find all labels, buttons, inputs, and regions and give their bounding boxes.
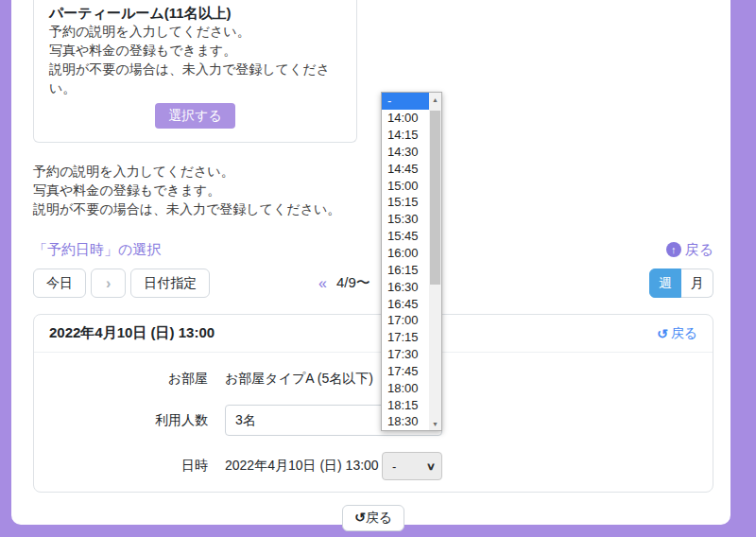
end-time-select[interactable]: - ∨ [382,452,442,480]
people-row-label: 利用人数 [49,412,208,429]
scroll-up-button[interactable]: ▲ [429,93,441,106]
footer-back-button-label: 戻る [366,510,392,525]
time-dropdown-list: - 14:00 14:15 14:30 14:45 15:00 15:15 15… [381,92,442,431]
date-range: « 4/9〜 [318,268,370,298]
datetime-row: 日時 2022年4月10日 (日) 13:00 〜 - ∨ [49,452,697,480]
room-option-card: パーティールーム(11名以上) 予約の説明を入力してください。 写真や料金の登録… [33,0,357,143]
reservation-back-link-label: 戻る [671,325,697,342]
time-option[interactable]: 17:15 [382,329,429,346]
people-count-value: 3名 [235,412,256,429]
people-row: 利用人数 3名 [49,405,697,436]
time-option[interactable]: 18:00 [382,379,429,396]
prev-range-icon[interactable]: « [318,275,327,292]
time-option[interactable]: 16:45 [382,295,429,312]
today-button[interactable]: 今日 [33,268,86,298]
time-option[interactable]: 18:30 [382,413,429,430]
scroll-down-icon: ▼ [432,421,438,427]
reservation-card: 2022年4月10日 (日) 13:00 ↺ 戻る お部屋 お部屋タイプA (5… [33,314,713,493]
reservation-title: 2022年4月10日 (日) 13:00 [49,324,215,342]
undo-icon: ↺ [657,326,668,341]
reservation-back-link[interactable]: ↺ 戻る [657,325,697,342]
reservation-card-header: 2022年4月10日 (日) 13:00 ↺ 戻る [34,315,713,353]
time-option[interactable]: 15:45 [382,228,429,245]
dropdown-scrollbar[interactable]: ▲ ▼ [429,93,441,430]
room-card-description-line: 説明が不要の場合は、未入力で登録してください。 [49,60,341,97]
date-range-label: 4/9〜 [336,274,370,292]
time-dropdown-options: - 14:00 14:15 14:30 14:45 15:00 15:15 15… [382,93,429,430]
time-option[interactable]: 16:30 [382,278,429,295]
month-view-button[interactable]: 月 [681,268,713,298]
datetime-start-value: 2022年4月10日 (日) 13:00 [225,458,379,475]
page-background: { "room_card": { "title": "パーティールーム(11名以… [0,0,756,537]
date-toolbar: 今日 › 日付指定 « 4/9〜 週 月 [33,268,713,298]
time-option[interactable]: 17:30 [382,346,429,363]
back-link-top-label: 戻る [685,241,713,259]
back-link-top[interactable]: ↑ 戻る [666,241,713,259]
chevron-down-icon: ∨ [426,460,436,473]
intro-line: 写真や料金の登録もできます。 [33,181,713,199]
time-option[interactable]: 14:15 [382,127,429,144]
room-row-label: お部屋 [49,371,208,388]
datetime-section-header: 「予約日時」の選択 ↑ 戻る [33,241,713,258]
time-option[interactable]: 14:00 [382,110,429,127]
date-picker-button[interactable]: 日付指定 [130,268,210,298]
week-view-button[interactable]: 週 [649,268,681,298]
room-card-description-line: 写真や料金の登録もできます。 [49,41,341,60]
footer-back-button[interactable]: ↺戻る [342,505,404,531]
room-card-title: パーティールーム(11名以上) [49,4,341,22]
time-option[interactable]: 14:45 [382,160,429,177]
chevron-right-icon: › [106,275,111,291]
datetime-section-title: 「予約日時」の選択 [33,241,161,259]
scroll-up-icon: ▲ [432,96,438,103]
scrollbar-thumb[interactable] [430,111,440,285]
room-row-value: お部屋タイプA (5名以下) [225,371,373,388]
undo-icon: ↺ [354,510,366,525]
datetime-start-text: 2022年4月10日 (日) 13:00 〜 [225,458,399,475]
reservation-card-body: お部屋 お部屋タイプA (5名以下) 利用人数 3名 日時 2022年4月10日… [34,353,713,492]
up-circle-icon: ↑ [666,242,681,257]
room-card-description-line: 予約の説明を入力してください。 [49,22,341,41]
intro-line: 説明が不要の場合は、未入力で登録してください。 [33,199,713,218]
time-option[interactable]: 17:45 [382,363,429,380]
footer-row: ↺戻る [33,505,713,531]
time-option[interactable]: 16:15 [382,261,429,278]
time-option[interactable]: 16:00 [382,245,429,262]
intro-line: 予約の説明を入力してください。 [33,162,713,181]
next-period-button[interactable]: › [91,268,126,298]
time-option[interactable]: - [382,93,429,110]
time-option[interactable]: 15:15 [382,194,429,211]
room-row: お部屋 お部屋タイプA (5名以下) [49,367,697,391]
time-option[interactable]: 18:15 [382,396,429,413]
datetime-row-label: 日時 [49,458,208,475]
content-panel: パーティールーム(11名以上) 予約の説明を入力してください。 写真や料金の登録… [11,0,730,525]
time-option[interactable]: 15:30 [382,211,429,228]
intro-text: 予約の説明を入力してください。 写真や料金の登録もできます。 説明が不要の場合は… [33,162,713,218]
scroll-down-button[interactable]: ▼ [429,417,441,430]
view-toggle: 週 月 [649,268,713,298]
time-option[interactable]: 15:00 [382,177,429,194]
time-option[interactable]: 14:30 [382,144,429,161]
time-option[interactable]: 17:00 [382,312,429,329]
end-time-value: - [392,459,396,474]
select-room-button[interactable]: 選択する [155,103,235,129]
